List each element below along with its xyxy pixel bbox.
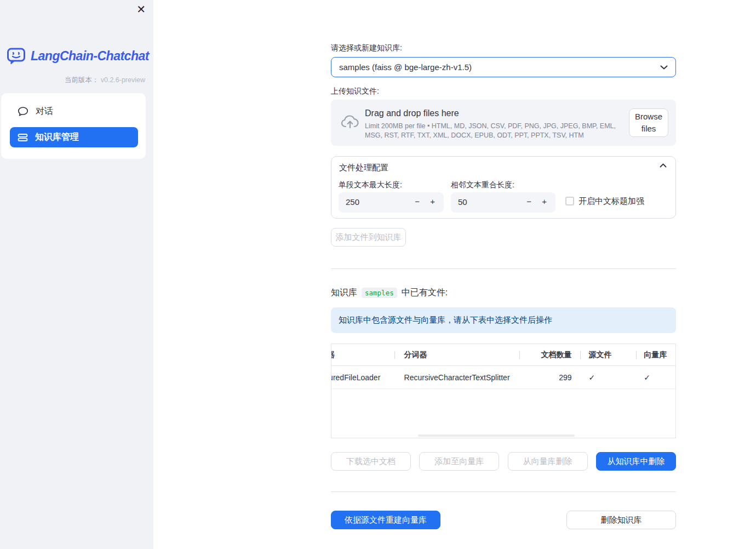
plus-stepper-icon[interactable]: + (542, 197, 547, 206)
sidebar-menu: 对话 知识库管理 (1, 93, 146, 159)
sidebar-item-kb-label: 知识库管理 (35, 131, 79, 143)
file-config-title[interactable]: 文件处理配置 (339, 163, 388, 173)
chat-bubble-icon (18, 106, 28, 117)
add-to-vector-store-button[interactable]: 添加至向量库 (419, 452, 499, 471)
cell-source-file-check: ✓ (580, 366, 635, 388)
kb-files-heading-suffix: 中已有文件: (402, 287, 448, 299)
cell-vector-store-check: ✓ (635, 366, 675, 388)
kb-files-heading: 知识库 samples 中已有文件: (331, 287, 448, 299)
column-separator (636, 351, 637, 359)
minus-stepper-icon[interactable]: − (415, 197, 420, 206)
column-header-source-file[interactable]: 源文件 (580, 344, 635, 365)
column-separator (580, 351, 581, 359)
chunk-size-value: 250 (346, 197, 359, 207)
dropzone-title: Drag and drop files here (365, 108, 459, 118)
stacked-list-icon (18, 133, 28, 142)
chunk-size-label: 单段文本最大长度: (339, 180, 402, 190)
sidebar-item-kb-management[interactable]: 知识库管理 (10, 127, 138, 147)
cell-doc-count: 299 (519, 366, 580, 388)
add-files-to-kb-button[interactable]: 添加文件到知识库 (331, 228, 406, 247)
overlap-size-label: 相邻文本重合长度: (451, 180, 514, 190)
overlap-size-input[interactable]: 50 − + (451, 192, 555, 213)
delete-kb-button[interactable]: 删除知识库 (566, 511, 676, 529)
divider (331, 491, 676, 492)
close-sidebar-icon[interactable]: ✕ (136, 2, 146, 16)
version-value: v0.2.6-preview (101, 76, 145, 84)
cloud-upload-icon (340, 113, 360, 130)
column-separator (394, 351, 395, 359)
info-alert-text: 知识库中包含源文件与向量库，请从下表中选择文件后操作 (339, 315, 552, 325)
chunk-size-input[interactable]: 250 − + (339, 192, 444, 213)
column-header-loader[interactable]: 文档加载器 (331, 344, 394, 365)
column-header-vector-store[interactable]: 向量库 (635, 344, 675, 365)
sidebar-item-chat[interactable]: 对话 (9, 99, 138, 124)
delete-from-kb-button[interactable]: 从知识库中删除 (596, 452, 676, 471)
column-header-splitter[interactable]: 分词器 (394, 344, 519, 365)
column-separator (519, 351, 520, 359)
zh-title-enhance-checkbox[interactable] (565, 197, 574, 205)
file-config-expander: 文件处理配置 单段文本最大长度: 相邻文本重合长度: 250 − + 50 − … (331, 156, 676, 219)
horizontal-scrollbar[interactable] (418, 434, 575, 437)
info-alert: 知识库中包含源文件与向量库，请从下表中选择文件后操作 (331, 307, 676, 333)
kb-management-buttons: 依据源文件重建向量库 删除知识库 (331, 511, 676, 529)
upload-label: 上传知识文件: (331, 87, 379, 96)
divider (331, 268, 676, 269)
version-info: 当前版本： v0.2.6-preview (65, 76, 145, 85)
file-action-buttons: 下载选中文档 添加至向量库 从向量库删除 从知识库中删除 (331, 452, 676, 471)
remove-from-vector-store-button[interactable]: 从向量库删除 (508, 452, 588, 471)
kb-files-heading-prefix: 知识库 (331, 287, 357, 299)
kb-files-table[interactable]: 文档加载器 分词器 文档数量 源文件 向量库 UnstructuredFileL… (331, 344, 676, 438)
kb-name-code: samples (362, 288, 397, 298)
kb-select-label: 请选择或新建知识库: (331, 43, 402, 53)
column-header-doc-count[interactable]: 文档数量 (519, 344, 580, 365)
plus-stepper-icon[interactable]: + (430, 197, 435, 206)
overlap-size-value: 50 (458, 197, 467, 207)
kb-selectbox[interactable]: samples (faiss @ bge-large-zh-v1.5) (331, 57, 676, 77)
app-logo: LangChain-Chatchat (7, 47, 149, 65)
zh-title-enhance-label: 开启中文标题加强 (579, 196, 644, 207)
rebuild-vector-store-button[interactable]: 依据源文件重建向量库 (331, 511, 440, 529)
table-header-row: 文档加载器 分词器 文档数量 源文件 向量库 (331, 344, 675, 366)
browse-files-button[interactable]: Browse files (629, 108, 668, 137)
version-label: 当前版本： (65, 76, 99, 84)
chevron-up-icon[interactable] (660, 163, 667, 168)
sidebar: ✕ LangChain-Chatchat 当前版本： v0.2.6-previe… (0, 0, 153, 549)
chevron-down-icon[interactable] (660, 65, 668, 70)
cell-loader: UnstructuredFileLoader (331, 366, 394, 388)
minus-stepper-icon[interactable]: − (526, 197, 531, 206)
chat-smiley-logo-icon (7, 47, 26, 65)
download-selected-button[interactable]: 下载选中文档 (331, 452, 411, 471)
table-row[interactable]: UnstructuredFileLoader RecursiveCharacte… (331, 366, 675, 389)
cell-splitter: RecursiveCharacterTextSplitter (394, 366, 519, 388)
dropzone-limit-text: Limit 200MB per file • HTML, MD, JSON, C… (365, 122, 626, 140)
kb-selectbox-value: samples (faiss @ bge-large-zh-v1.5) (339, 62, 660, 72)
app-title: LangChain-Chatchat (31, 49, 149, 64)
sidebar-item-chat-label: 对话 (36, 106, 53, 117)
file-uploader-dropzone[interactable]: Drag and drop files here Limit 200MB per… (331, 100, 676, 146)
